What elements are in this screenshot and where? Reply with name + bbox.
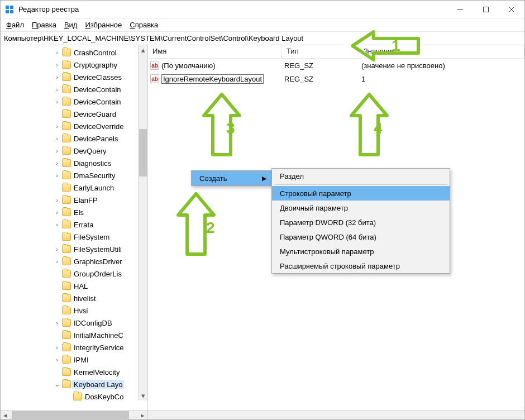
tree-item[interactable]: FileSystem: [1, 231, 138, 243]
tree-item[interactable]: ›CrashControl: [1, 46, 138, 59]
folder-icon: [62, 233, 71, 241]
ctx-item-dword[interactable]: Параметр DWORD (32 бита): [272, 215, 450, 230]
minimize-button[interactable]: [447, 1, 473, 18]
scroll-left-icon[interactable]: ◂: [1, 411, 10, 419]
chevron-right-icon[interactable]: ›: [53, 86, 61, 93]
col-header-type[interactable]: Тип: [282, 45, 359, 58]
chevron-right-icon[interactable]: ›: [53, 319, 61, 326]
tree-item[interactable]: ›ElanFP: [1, 194, 138, 206]
addressbar[interactable]: Компьютер\HKEY_LOCAL_MACHINE\SYSTEM\Curr…: [1, 32, 524, 45]
list-hscrollbar[interactable]: [148, 410, 524, 419]
tree-item[interactable]: ›IPMI: [1, 354, 138, 366]
folder-icon: [62, 196, 71, 204]
chevron-right-icon[interactable]: ›: [53, 197, 61, 203]
ctx-label: Параметр DWORD (32 бита): [280, 218, 376, 227]
tree-item[interactable]: Hvsi: [1, 304, 138, 317]
folder-icon: [62, 110, 71, 118]
tree-item[interactable]: InitialMachineC: [1, 329, 138, 341]
context-submenu[interactable]: Раздел Строковый параметр Двоичный парам…: [271, 168, 450, 274]
tree-item-label: FileSystemUtili: [72, 245, 123, 254]
tree-item[interactable]: EarlyLaunch: [1, 182, 138, 194]
menu-file[interactable]: Файл: [3, 20, 27, 30]
ctx-item-multi[interactable]: Мультистроковый параметр: [272, 244, 450, 259]
tree-item[interactable]: ›DeviceContain: [1, 96, 138, 108]
tree-item[interactable]: ›FileSystemUtili: [1, 243, 138, 255]
folder-icon: [62, 245, 71, 253]
chevron-right-icon[interactable]: ›: [53, 74, 61, 80]
chevron-right-icon[interactable]: ›: [53, 258, 61, 265]
folder-icon: [62, 184, 71, 192]
chevron-right-icon[interactable]: ›: [53, 135, 61, 142]
list-row-new[interactable]: ab IgnoreRemoteKeyboardLayout REG_SZ 1: [148, 72, 524, 85]
list-header: Имя Тип Значение: [148, 45, 524, 59]
tree-item[interactable]: DeviceGuard: [1, 108, 138, 120]
maximize-button[interactable]: [473, 1, 499, 18]
titlebar: Редактор реестра: [1, 1, 524, 18]
tree-item[interactable]: ›Diagnostics: [1, 157, 138, 169]
ctx-separator: [274, 184, 447, 185]
tree-vscroll-thumb[interactable]: [139, 129, 147, 176]
ctx-item-section[interactable]: Раздел: [272, 169, 450, 183]
regsz-icon: ab: [150, 74, 159, 83]
addressbar-path[interactable]: Компьютер\HKEY_LOCAL_MACHINE\SYSTEM\Curr…: [4, 34, 521, 42]
chevron-right-icon[interactable]: ›: [53, 61, 61, 68]
chevron-right-icon[interactable]: ›: [53, 221, 61, 228]
tree-item[interactable]: ›IntegrityService: [1, 341, 138, 354]
chevron-right-icon[interactable]: ›: [53, 356, 61, 363]
tree-vscrollbar[interactable]: ▴ ▾: [138, 45, 147, 400]
chevron-right-icon[interactable]: ›: [53, 123, 61, 130]
tree-hscrollbar[interactable]: ◂ ▸: [1, 410, 147, 419]
tree-item[interactable]: ›Errata: [1, 218, 138, 231]
tree-item[interactable]: ›DmaSecurity: [1, 169, 138, 182]
menu-favorites[interactable]: Избранное: [82, 20, 125, 30]
value-name-editing[interactable]: IgnoreRemoteKeyboardLayout: [161, 74, 264, 84]
ctx-item-expand[interactable]: Расширяемый строковый параметр: [272, 259, 450, 273]
chevron-right-icon[interactable]: ›: [53, 147, 61, 154]
chevron-right-icon[interactable]: ›: [53, 344, 61, 351]
tree-item[interactable]: HAL: [1, 280, 138, 292]
chevron-down-icon[interactable]: ⌄: [53, 381, 61, 388]
tree-item[interactable]: ›DevicePanels: [1, 132, 138, 145]
tree-item[interactable]: ⌄Keyboard Layo: [1, 378, 138, 390]
menu-edit[interactable]: Правка: [28, 20, 60, 30]
chevron-right-icon[interactable]: ›: [53, 98, 61, 105]
list-row-default[interactable]: ab (По умолчанию) REG_SZ (значение не пр…: [148, 59, 524, 72]
scroll-right-icon[interactable]: ▸: [138, 411, 147, 419]
folder-icon: [62, 307, 71, 314]
tree-item-label: DeviceClasses: [72, 73, 123, 82]
tree-item[interactable]: DosKeybCo: [1, 390, 138, 403]
col-header-name[interactable]: Имя: [148, 45, 282, 58]
tree-item[interactable]: hivelist: [1, 292, 138, 304]
tree-item[interactable]: GroupOrderLis: [1, 268, 138, 280]
ctx-item-string[interactable]: Строковый параметр: [272, 186, 450, 201]
tree-item[interactable]: ›Els: [1, 206, 138, 218]
col-header-value[interactable]: Значение: [359, 45, 524, 58]
ctx-item-create[interactable]: Создать ▶: [192, 171, 271, 185]
svg-rect-1: [10, 6, 13, 9]
tree-item[interactable]: ›Cryptography: [1, 59, 138, 71]
tree-item[interactable]: ›DevQuery: [1, 145, 138, 157]
chevron-right-icon[interactable]: ›: [53, 209, 61, 216]
menu-help[interactable]: Справка: [126, 20, 161, 30]
chevron-right-icon[interactable]: ›: [53, 172, 61, 179]
tree-item[interactable]: ›DeviceOverride: [1, 120, 138, 132]
tree-item[interactable]: ›DeviceContain: [1, 83, 138, 96]
tree-item[interactable]: ›DeviceClasses: [1, 71, 138, 83]
chevron-right-icon[interactable]: ›: [53, 49, 61, 56]
close-button[interactable]: [499, 1, 524, 18]
ctx-item-qword[interactable]: Параметр QWORD (64 бита): [272, 230, 450, 244]
ctx-item-binary[interactable]: Двоичный параметр: [272, 201, 450, 215]
context-menu[interactable]: Создать ▶: [191, 170, 271, 186]
menu-view[interactable]: Вид: [61, 20, 81, 30]
scroll-down-icon[interactable]: ▾: [139, 391, 147, 400]
tree-hscroll-thumb[interactable]: [12, 411, 129, 419]
folder-icon: [62, 49, 71, 56]
scroll-up-icon[interactable]: ▴: [139, 45, 147, 55]
chevron-right-icon[interactable]: ›: [53, 246, 61, 252]
tree-item[interactable]: KernelVelocity: [1, 366, 138, 378]
folder-icon: [62, 135, 71, 142]
tree-scroll[interactable]: ›CrashControl›Cryptography›DeviceClasses…: [1, 45, 147, 410]
tree-item[interactable]: ›GraphicsDriver: [1, 255, 138, 268]
chevron-right-icon[interactable]: ›: [53, 160, 61, 166]
tree-item[interactable]: ›IDConfigDB: [1, 317, 138, 329]
